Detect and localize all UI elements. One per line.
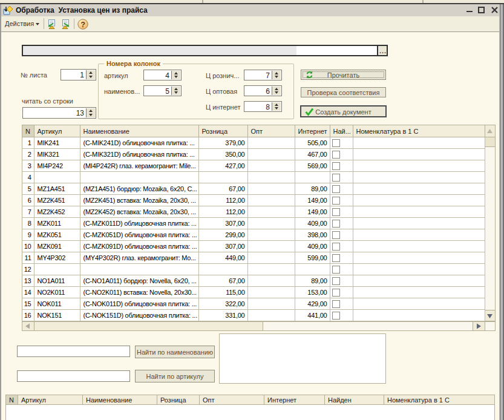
svg-text:?: ? — [80, 21, 85, 29]
